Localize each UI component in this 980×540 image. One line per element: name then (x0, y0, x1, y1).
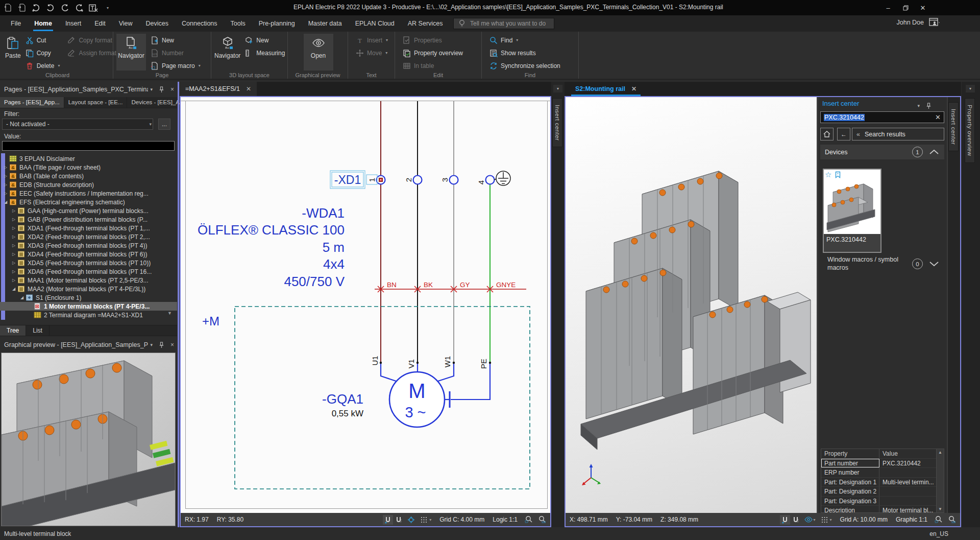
tell-me-search[interactable]: Tell me what you want to do (453, 18, 554, 29)
panel-close-icon[interactable]: × (170, 86, 174, 93)
favorite-star-icon[interactable]: ☆ (825, 170, 831, 179)
tree-item[interactable]: ▷XDA4 (Feed-through terminal blocks (PT … (0, 250, 177, 259)
tree-item[interactable]: ▷&EDB (Structure description) (0, 180, 177, 189)
assign-format-button[interactable]: Assign format (64, 46, 119, 59)
property-name[interactable]: Part: Designation 3 (821, 497, 879, 506)
pin-icon[interactable] (159, 86, 164, 93)
menu-tab-view[interactable]: View (112, 15, 139, 32)
tree-item[interactable]: ▷XDA1 (Feed-through terminal blocks (PT … (0, 224, 177, 232)
redo-icon[interactable] (60, 3, 69, 12)
page-new-button[interactable]: New (148, 34, 204, 46)
menu-tab-edit[interactable]: Edit (88, 15, 112, 32)
zoom-100-icon[interactable]: 100 (538, 515, 546, 524)
undo-list-icon[interactable] (46, 3, 55, 12)
collapsed-arrow-icon[interactable]: ▷ (10, 252, 17, 256)
measuring-button[interactable]: Measuring (242, 46, 288, 59)
property-name[interactable]: Part number (821, 459, 879, 468)
search-clear-icon[interactable]: ✕ (935, 113, 941, 121)
tree-item[interactable]: ▷MAA1 (Motor terminal blocks (PT 2,5-PE/… (0, 276, 177, 285)
tree-list-tab-list[interactable]: List (26, 325, 50, 336)
cancel-action-icon[interactable] (89, 3, 98, 12)
scroll-down-icon[interactable]: ▼ (938, 507, 942, 511)
menu-tab-master-data[interactable]: Master data (302, 15, 349, 32)
schematic-tab[interactable]: =MAA2+S1&EFS/1 ✕ (180, 82, 257, 96)
insert-center-pin-icon[interactable] (926, 103, 932, 109)
graphical-preview-header[interactable]: Graphical preview - [EES]_Application_Sa… (0, 337, 177, 353)
insert-center-left-tab[interactable]: Insert center (552, 98, 562, 147)
tree-item[interactable]: 2 Terminal diagram =MAA2+S1-XD1 (0, 311, 177, 319)
tree-item[interactable]: ▷XDA3 (Feed-through terminal blocks (PT … (0, 241, 177, 250)
menu-tab-eplan-cloud[interactable]: EPLAN Cloud (349, 15, 401, 32)
collapsed-arrow-icon[interactable]: ▷ (10, 243, 17, 248)
menu-tab-tools[interactable]: Tools (224, 15, 252, 32)
tree-item[interactable]: ◢S1 (Enclosure 1) (0, 293, 177, 302)
macros-section-header[interactable]: Window macros / symbol macros 0 (820, 254, 944, 277)
new-project-icon[interactable] (3, 3, 12, 12)
tree-item[interactable]: 3 EPLAN Disclaimer (0, 154, 177, 163)
property-name[interactable]: Description (821, 506, 879, 513)
collapsed-arrow-icon[interactable]: ▷ (10, 208, 17, 213)
expanded-arrow-icon[interactable]: ◢ (2, 200, 9, 204)
3d-tab-close-icon[interactable]: ✕ (631, 85, 636, 92)
zoom-window-icon-3d[interactable] (935, 515, 943, 524)
view-dropdown-icon[interactable]: ▾ (814, 518, 816, 522)
right-tab-overflow-icon[interactable]: ▾ (966, 85, 975, 92)
synchronize-selection-button[interactable]: Synchronize selection (486, 59, 564, 72)
redo-list-icon[interactable] (75, 3, 84, 12)
tree-item[interactable]: ◢MAA2 (Motor terminal blocks (PT 4-PE/3L… (0, 285, 177, 293)
property-overview-tab[interactable]: Property overview (965, 98, 975, 163)
copy-button[interactable]: Copy (22, 46, 63, 59)
qat-customize-icon[interactable]: ▾ (103, 3, 112, 12)
collapsed-arrow-icon[interactable]: ▷ (2, 174, 9, 178)
snap-icon-3d[interactable] (780, 515, 790, 525)
panel-menu-icon[interactable]: ▾ (150, 87, 153, 92)
user-area[interactable]: John Doe (896, 18, 940, 27)
menu-tab-ar-services[interactable]: AR Services (401, 15, 450, 32)
grid-toggle-icon[interactable] (420, 516, 428, 524)
schematic-canvas[interactable]: 1 2 3 4 -XD1 (181, 97, 550, 513)
property-row[interactable]: DescriptionMotor terminal bl... (821, 506, 944, 513)
property-row[interactable]: Part: Designation 3 (821, 497, 944, 506)
page-macro-button[interactable]: Page macro▾ (148, 59, 204, 72)
home-button[interactable] (820, 128, 834, 140)
tree-scroll-down-icon[interactable]: ▼ (167, 311, 172, 316)
show-results-button[interactable]: Show results (486, 46, 564, 59)
tree-list-tab-tree[interactable]: Tree (0, 325, 26, 336)
snap-icon[interactable] (383, 515, 393, 525)
page-number-button[interactable]: 123Number (148, 46, 204, 59)
undo-icon[interactable] (32, 3, 41, 12)
collapsed-arrow-icon[interactable]: ▷ (10, 261, 17, 265)
property-value[interactable]: Motor terminal bl... (879, 506, 944, 513)
property-value[interactable] (879, 497, 944, 506)
design-mode-icon[interactable] (407, 516, 415, 524)
delete-button[interactable]: Delete▾ (22, 59, 63, 72)
restore-button[interactable] (897, 0, 914, 15)
view-eye-icon[interactable] (804, 516, 813, 523)
grid-dropdown-icon[interactable]: ▾ (429, 518, 431, 522)
collapsed-arrow-icon[interactable]: ▷ (10, 269, 17, 274)
pages-panel-tab-1[interactable]: Layout space - [EE... (64, 97, 128, 108)
3d-canvas[interactable] (566, 97, 817, 513)
tree-item[interactable]: 1 Motor terminal blocks (PT 4-PE/3... (0, 302, 177, 311)
property-overview-button[interactable]: Property overview (400, 46, 466, 59)
grid-toggle-icon-3d[interactable] (821, 516, 828, 524)
page-navigator-button[interactable]: Navigator (116, 34, 146, 71)
insert-center-search[interactable]: PXC.3210442 ✕ (820, 111, 944, 123)
collapsed-arrow-icon[interactable]: ▷ (2, 182, 9, 187)
macros-expand-icon[interactable] (929, 261, 939, 268)
property-grid-scrollbar[interactable]: ▲ ▼ (936, 449, 944, 512)
filter-dropdown[interactable]: - Not activated -▾ (2, 119, 153, 130)
text-insert-button[interactable]: TInsert▾ (353, 34, 391, 46)
minimize-button[interactable]: – (879, 0, 897, 15)
panel-divider[interactable] (178, 82, 179, 527)
property-value[interactable]: Multi-level termin... (879, 478, 944, 487)
3d-tab[interactable]: S2:Mounting rail ✕ (570, 82, 642, 96)
scroll-up-icon[interactable]: ▲ (938, 450, 942, 455)
tree-item[interactable]: ▷&BAA (Title page / cover sheet) (0, 163, 177, 172)
text-move-button[interactable]: Move▾ (353, 46, 391, 59)
collapsed-arrow-icon[interactable]: ▷ (10, 226, 17, 230)
tree-item[interactable]: ▷XDA6 (Feed-through terminal blocks (PT … (0, 267, 177, 276)
collapsed-arrow-icon[interactable]: ▷ (2, 191, 9, 196)
zoom-100-icon-3d[interactable]: 100 (948, 515, 956, 524)
property-name[interactable]: Part: Designation 2 (821, 487, 879, 496)
